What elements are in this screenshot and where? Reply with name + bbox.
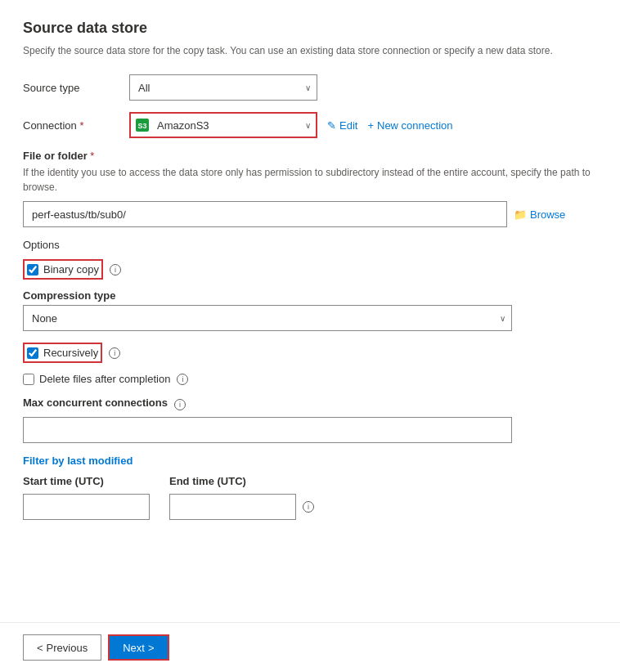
delete-files-checkbox[interactable] — [23, 374, 34, 385]
source-type-select[interactable]: All Amazon S3 Azure Blob Storage — [129, 74, 317, 101]
browse-button[interactable]: 📁 Browse — [514, 208, 565, 221]
file-folder-input[interactable] — [23, 201, 507, 227]
recursively-label: Recursively — [43, 347, 98, 359]
pencil-icon: ✎ — [327, 119, 336, 132]
filter-label: Filter by last modified — [23, 455, 597, 467]
max-connections-label: Max concurrent connections — [23, 396, 168, 409]
edit-link[interactable]: ✎ Edit — [327, 119, 357, 132]
connection-select-wrapper: S3 AmazonS3 ∨ — [129, 112, 317, 138]
previous-back-icon: < — [37, 642, 43, 654]
compression-type-select[interactable]: None GZip Deflate BZip2 ZipDeflate — [23, 305, 512, 331]
max-connections-input[interactable] — [23, 417, 512, 443]
recursively-info-icon[interactable]: i — [109, 347, 120, 359]
page-subtitle: Specify the source data store for the co… — [23, 43, 597, 58]
start-time-label: Start time (UTC) — [23, 475, 150, 487]
connection-label: Connection — [23, 119, 129, 132]
file-folder-helper: If the identity you use to access the da… — [23, 165, 597, 195]
delete-files-label: Delete files after completion — [39, 373, 170, 385]
file-folder-label: File or folder — [23, 150, 597, 162]
recursively-checkbox[interactable] — [27, 347, 38, 359]
delete-files-info-icon[interactable]: i — [177, 374, 188, 385]
binary-copy-bordered-box: Binary copy — [23, 259, 103, 280]
compression-type-label: Compression type — [23, 289, 597, 302]
recursively-bordered-box: Recursively — [23, 343, 102, 363]
footer: < Previous Next > — [0, 622, 620, 672]
next-button[interactable]: Next > — [108, 634, 168, 661]
start-time-input[interactable] — [23, 494, 150, 520]
binary-copy-label: Binary copy — [43, 263, 99, 276]
page-title: Source data store — [23, 20, 597, 37]
next-forward-icon: > — [148, 642, 155, 654]
folder-icon: 📁 — [514, 208, 527, 221]
connection-select[interactable]: AmazonS3 — [129, 112, 317, 138]
options-label: Options — [23, 239, 597, 251]
previous-button[interactable]: < Previous — [23, 634, 101, 661]
plus-icon: + — [367, 119, 374, 132]
source-type-label: Source type — [23, 82, 129, 94]
binary-copy-checkbox[interactable] — [27, 264, 38, 276]
end-time-input[interactable] — [169, 494, 296, 520]
max-connections-info-icon[interactable]: i — [174, 399, 186, 410]
binary-copy-info-icon[interactable]: i — [110, 264, 121, 276]
new-connection-link[interactable]: + New connection — [367, 119, 452, 132]
end-time-info-icon[interactable]: i — [303, 501, 314, 513]
end-time-label: End time (UTC) — [169, 475, 314, 487]
